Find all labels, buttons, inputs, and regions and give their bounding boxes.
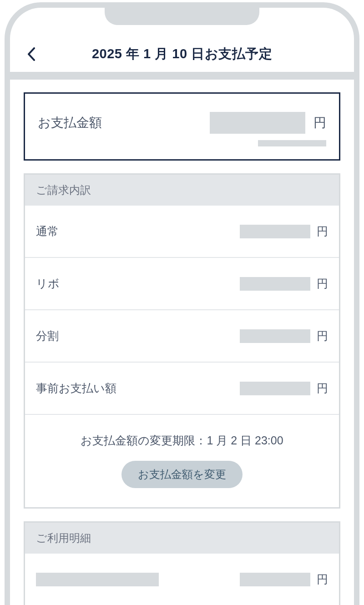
usage-card: ご利用明細 円 bbox=[24, 521, 340, 605]
breakdown-row-label: リボ bbox=[36, 276, 60, 291]
payment-total-label: お支払金額 bbox=[38, 114, 102, 131]
payment-total-row: お支払金額 円 bbox=[38, 112, 326, 134]
breakdown-row-unit: 円 bbox=[317, 224, 328, 239]
breakdown-row-label: 事前お支払い額 bbox=[36, 381, 116, 396]
phone-frame: 2025 年 1 月 10 日お支払予定 お支払金額 円 ご請求内訳 bbox=[5, 2, 359, 605]
breakdown-row-amount: 円 bbox=[240, 381, 328, 396]
header-divider bbox=[10, 72, 354, 80]
back-button[interactable] bbox=[24, 46, 39, 62]
payment-total-card: お支払金額 円 bbox=[24, 92, 340, 161]
usage-amount: 円 bbox=[240, 572, 328, 587]
breakdown-row-unit: 円 bbox=[317, 276, 328, 291]
payment-total-unit: 円 bbox=[313, 114, 326, 131]
amount-placeholder bbox=[240, 329, 310, 343]
amount-placeholder bbox=[240, 382, 310, 395]
usage-amount-placeholder bbox=[240, 573, 310, 586]
usage-label-placeholder bbox=[36, 573, 159, 586]
chevron-left-icon bbox=[27, 47, 35, 61]
breakdown-row: 通常 円 bbox=[25, 206, 339, 258]
payment-total-amount: 円 bbox=[210, 112, 326, 134]
deadline-text: お支払金額の変更期限：1 月 2 日 23:00 bbox=[36, 433, 328, 448]
change-payment-button[interactable]: お支払金額を変更 bbox=[121, 461, 243, 488]
breakdown-row-amount: 円 bbox=[240, 328, 328, 343]
app-screen: 2025 年 1 月 10 日お支払予定 お支払金額 円 ご請求内訳 bbox=[10, 8, 354, 605]
usage-header: ご利用明細 bbox=[25, 523, 339, 554]
page-header: 2025 年 1 月 10 日お支払予定 bbox=[10, 46, 354, 72]
breakdown-row-unit: 円 bbox=[317, 381, 328, 396]
breakdown-card: ご請求内訳 通常 円 リボ 円 分割 bbox=[24, 173, 340, 509]
content-area: お支払金額 円 ご請求内訳 通常 円 bbox=[10, 92, 354, 605]
breakdown-row: 分割 円 bbox=[25, 310, 339, 363]
page-title: 2025 年 1 月 10 日お支払予定 bbox=[92, 45, 272, 63]
payment-amount-placeholder bbox=[210, 112, 305, 134]
deadline-section: お支払金額の変更期限：1 月 2 日 23:00 お支払金額を変更 bbox=[25, 415, 339, 507]
breakdown-row-amount: 円 bbox=[240, 276, 328, 291]
breakdown-row-label: 分割 bbox=[36, 328, 59, 343]
breakdown-row-label: 通常 bbox=[36, 224, 59, 239]
usage-row: 円 bbox=[25, 554, 339, 605]
amount-placeholder bbox=[240, 277, 310, 291]
amount-placeholder bbox=[240, 225, 310, 238]
breakdown-row-unit: 円 bbox=[317, 328, 328, 343]
breakdown-row: リボ 円 bbox=[25, 258, 339, 310]
payment-sub-row bbox=[38, 140, 326, 146]
breakdown-row: 事前お支払い額 円 bbox=[25, 363, 339, 415]
breakdown-header: ご請求内訳 bbox=[25, 175, 339, 206]
breakdown-row-amount: 円 bbox=[240, 224, 328, 239]
usage-unit: 円 bbox=[317, 572, 328, 587]
payment-sub-placeholder bbox=[258, 140, 326, 146]
